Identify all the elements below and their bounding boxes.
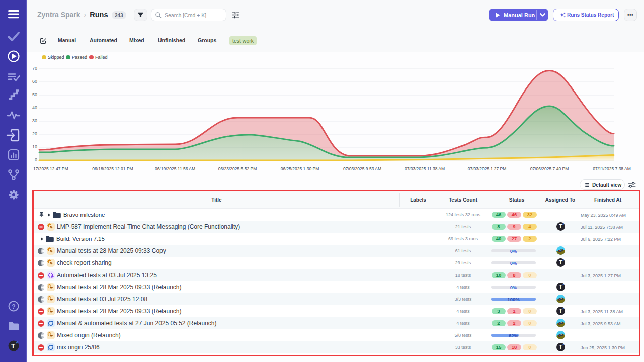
svg-text:?: ?: [12, 303, 15, 310]
svg-text:T: T: [11, 342, 15, 350]
